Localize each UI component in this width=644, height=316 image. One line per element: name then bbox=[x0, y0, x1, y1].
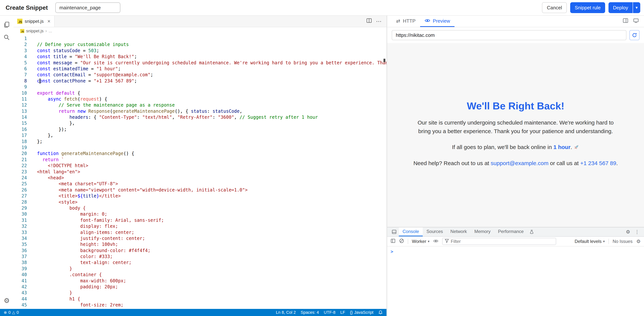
page-title: Create Snippet bbox=[6, 4, 48, 11]
indentation-setting[interactable]: Spaces: 4 bbox=[301, 310, 319, 315]
deploy-button[interactable]: Deploy bbox=[608, 2, 632, 13]
preview-viewport: We'll Be Right Back! Our site is current… bbox=[387, 43, 644, 227]
text-cursor bbox=[40, 79, 40, 84]
phone-link[interactable]: +1 234 567 89 bbox=[580, 160, 616, 166]
error-count: 0 bbox=[8, 310, 11, 315]
search-icon[interactable] bbox=[2, 32, 12, 43]
live-expression-eye-icon[interactable] bbox=[433, 239, 438, 244]
javascript-file-icon: JS bbox=[17, 19, 22, 24]
activity-bar: ⚙ bbox=[0, 16, 14, 309]
maintenance-page: We'll Be Right Back! Our site is current… bbox=[411, 100, 620, 166]
code-content[interactable]: // Define your customizable inputsconst … bbox=[31, 36, 386, 309]
preview-url-bar bbox=[387, 27, 644, 43]
console-filter-input[interactable] bbox=[451, 239, 554, 244]
chevron-down-icon: ▾ bbox=[636, 5, 638, 10]
devtools: Console Sources Network Memory Performan… bbox=[387, 227, 644, 316]
devtools-tab-bar: Console Sources Network Memory Performan… bbox=[387, 227, 644, 237]
javascript-file-icon: JS bbox=[20, 29, 24, 33]
create-snippet-app: Create Snippet Cancel Snippet rule Deplo… bbox=[0, 0, 644, 316]
chevron-down-icon: ▾ bbox=[603, 239, 605, 243]
split-editor-icon[interactable] bbox=[366, 18, 372, 25]
devtools-settings-icon[interactable]: ⚙ bbox=[626, 229, 630, 234]
deploy-split-button: Deploy ▾ bbox=[608, 2, 640, 13]
devtools-tab-network[interactable]: Network bbox=[447, 227, 470, 236]
preview-panel-tabs: ⇄ HTTP Preview bbox=[387, 16, 644, 27]
tab-preview[interactable]: Preview bbox=[420, 16, 454, 27]
devtools-tab-sources[interactable]: Sources bbox=[423, 227, 447, 236]
devtools-tab-performance[interactable]: Performance bbox=[494, 227, 528, 236]
eye-icon bbox=[424, 18, 430, 24]
explorer-files-icon[interactable] bbox=[2, 20, 12, 30]
overview-ruler-cursor bbox=[384, 59, 385, 62]
maintenance-eta: If all goes to plan, we'll be back onlin… bbox=[411, 144, 620, 151]
encoding-setting[interactable]: UTF-8 bbox=[324, 310, 336, 315]
app-header: Create Snippet Cancel Snippet rule Deplo… bbox=[0, 0, 644, 16]
snippet-rule-button[interactable]: Snippet rule bbox=[570, 2, 605, 13]
preview-panel: ⇄ HTTP Preview bbox=[387, 16, 644, 316]
breadcrumb-symbol-placeholder: ... bbox=[48, 29, 52, 34]
settings-gear-icon[interactable]: ⚙ bbox=[2, 295, 12, 306]
tab-http[interactable]: ⇄ HTTP bbox=[392, 16, 420, 27]
maintenance-title: We'll Be Right Back! bbox=[411, 100, 620, 112]
chevron-down-icon: ▾ bbox=[428, 239, 430, 243]
warning-icon: △ bbox=[12, 310, 15, 314]
more-actions-icon[interactable]: ⋯ bbox=[376, 19, 382, 24]
status-bar: ⊗ 0 △ 0 Ln 8, Col 2 Spaces: 4 UTF-8 LF {… bbox=[0, 309, 386, 316]
line-numbers: 1234567891011121314151617181920212223242… bbox=[14, 36, 31, 309]
tab-snippet-js[interactable]: JS snippet.js × bbox=[14, 16, 54, 27]
dock-side-icon[interactable] bbox=[390, 227, 399, 236]
console-settings-icon[interactable]: ⚙ bbox=[636, 239, 641, 244]
breadcrumb-file: snippet.js bbox=[26, 29, 44, 34]
split-view-icon[interactable] bbox=[623, 18, 628, 25]
code-editor[interactable]: 1234567891011121314151617181920212223242… bbox=[14, 35, 386, 309]
code-editor-pane: JS snippet.js × ⋯ JS snip bbox=[14, 16, 386, 309]
editor-tab-bar: JS snippet.js × ⋯ bbox=[14, 16, 386, 27]
preview-url-input[interactable] bbox=[392, 30, 626, 40]
error-icon: ⊗ bbox=[4, 310, 7, 314]
filter-funnel-icon bbox=[445, 239, 449, 244]
log-levels-selector[interactable]: Default levels ▾ bbox=[575, 239, 605, 244]
cancel-button[interactable]: Cancel bbox=[542, 2, 567, 13]
rocket-icon bbox=[574, 145, 579, 151]
console-output[interactable]: > bbox=[387, 246, 644, 316]
console-sidebar-icon[interactable] bbox=[390, 238, 396, 244]
cursor-position[interactable]: Ln 8, Col 2 bbox=[276, 310, 296, 315]
braces-icon: {} bbox=[350, 310, 353, 315]
clear-console-icon[interactable] bbox=[399, 238, 404, 244]
warning-count: 0 bbox=[16, 310, 19, 315]
experiments-flask-icon bbox=[528, 227, 536, 236]
refresh-button[interactable] bbox=[630, 30, 640, 40]
tab-label: snippet.js bbox=[25, 19, 44, 24]
issues-counter[interactable]: No Issues bbox=[612, 239, 632, 244]
problems-indicator[interactable]: ⊗ 0 △ 0 bbox=[4, 310, 19, 315]
maintenance-contact: Need help? Reach out to us at support@ex… bbox=[411, 160, 620, 166]
device-preview-icon[interactable] bbox=[633, 18, 639, 25]
console-toolbar: Worker ▾ Default levels bbox=[387, 237, 644, 246]
chevron-right-icon: › bbox=[46, 29, 47, 34]
notifications-bell-icon[interactable] bbox=[378, 310, 383, 315]
devtools-menu-icon[interactable]: ⋮ bbox=[635, 229, 640, 235]
devtools-tab-console[interactable]: Console bbox=[399, 227, 423, 236]
eta-highlight: 1 hour bbox=[553, 144, 570, 150]
execution-context-selector[interactable]: Worker ▾ bbox=[412, 239, 430, 244]
language-mode[interactable]: {} JavaScript bbox=[350, 310, 374, 315]
deploy-dropdown-button[interactable]: ▾ bbox=[633, 2, 640, 13]
support-email-link[interactable]: support@example.com bbox=[491, 160, 548, 166]
breadcrumb[interactable]: JS snippet.js › ... bbox=[14, 27, 386, 35]
maintenance-message: Our site is currently undergoing schedul… bbox=[411, 118, 620, 136]
eol-setting[interactable]: LF bbox=[340, 310, 345, 315]
console-prompt-icon: > bbox=[390, 249, 393, 254]
close-tab-icon[interactable]: × bbox=[47, 19, 50, 24]
console-filter bbox=[442, 238, 556, 245]
devtools-tab-memory[interactable]: Memory bbox=[470, 227, 494, 236]
snippet-name-input[interactable] bbox=[55, 3, 120, 13]
editor-side: ⚙ JS snippet.js × ⋯ bbox=[0, 16, 386, 316]
http-icon: ⇄ bbox=[396, 19, 400, 23]
